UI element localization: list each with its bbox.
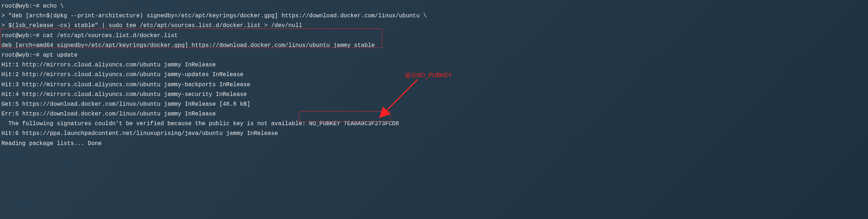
terminal-output-line: deb [arch=amd64 signedby=/etc/apt/keyrin… [1,41,867,51]
terminal-output-line: Reading package lists... Done [1,139,867,149]
terminal-output-line: Hit:6 https://ppa.launchpadcontent.net/l… [1,129,867,139]
terminal-output-line: Err:5 https://download.docker.com/linux/… [1,109,867,119]
terminal-output-line: Hit:4 http://mirrors.cloud.aliyuncs.com/… [1,90,867,100]
terminal-output-line: Get:5 https://download.docker.com/linux/… [1,100,867,109]
terminal-output-line: root@wyb:~# apt update [1,51,867,60]
terminal-output-line: root@wyb:~# echo \ [1,1,867,11]
terminal-output-line: > "deb [arch=$(dpkg --print-architecture… [1,11,867,21]
terminal-output-line: root@wyb:~# cat /etc/apt/sources.list.d/… [1,31,867,41]
terminal-output-line: > $(lsb_release -cs) stable" | sudo tee … [1,21,867,31]
terminal-output-line: The following signatures couldn't be ver… [1,119,867,129]
annotation-label: 提示NO_PUBKEY [405,70,452,80]
terminal-output-line: Hit:3 http://mirrors.cloud.aliyuncs.com/… [1,80,867,90]
terminal-output-line: Hit:1 http://mirrors.cloud.aliyuncs.com/… [1,60,867,70]
